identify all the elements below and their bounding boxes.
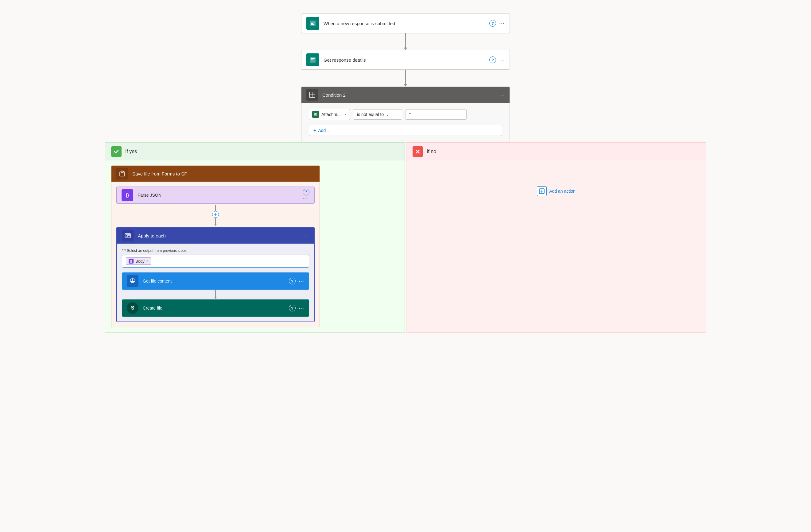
branch-no-label: If no [427,149,436,154]
trigger-icon [306,17,319,30]
condition-body: Attachm... × is not equal to ⌄ "" + [302,103,509,142]
condition-value-text: "" [409,112,412,117]
svg-rect-2 [311,23,313,24]
svg-rect-3 [311,24,314,25]
svg-rect-6 [311,60,313,60]
branch-yes-content: Save file from Forms to SP ··· {} Parse … [105,160,404,332]
inner-connector-2 [122,290,309,299]
add-action-icon [537,186,547,196]
condition-icon [306,89,318,100]
svg-rect-17 [126,234,127,237]
branches-container: If yes Save file from Forms t [105,142,706,332]
parse-json-card: {} Parse JSON ? ··· [116,187,315,204]
apply-header: Apply to each ··· [117,228,314,244]
body-token-label: Body [135,259,144,264]
get-file-help-icon[interactable]: ? [289,278,296,284]
condition-row: Attachm... × is not equal to ⌄ "" [309,109,502,120]
branch-yes-header: If yes [105,143,404,160]
get-response-icon [306,53,319,66]
select-output-label: * * Select an output from previous steps [122,249,309,253]
parse-json-more-icon[interactable]: ··· [303,195,308,202]
chip-label: Attachm... [321,112,341,117]
get-file-card: Get file content ? ··· [122,272,309,290]
svg-rect-5 [311,58,315,59]
get-response-more-icon[interactable]: ··· [499,57,505,63]
get-response-help-icon[interactable]: ? [489,57,496,63]
connector-2 [404,69,407,87]
condition-title: Condition 2 [322,92,499,97]
create-file-actions: ? ··· [289,305,304,311]
trigger-title: When a new response is submitted [323,21,489,26]
get-file-title: Get file content [143,279,289,283]
branch-no-icon [413,146,423,157]
apply-body: * * Select an output from previous steps… [117,244,314,322]
get-response-actions: ? ··· [489,57,505,63]
create-file-help-icon[interactable]: ? [289,305,296,311]
condition-value-input[interactable]: "" [405,109,466,120]
svg-rect-1 [311,22,315,22]
add-label: Add [318,128,326,133]
condition-card: Condition 2 ··· Attachm... [301,87,510,142]
branch-yes-icon [111,146,122,157]
connector-1 [404,33,407,50]
svg-rect-12 [314,113,317,114]
body-token-icon: {} [128,259,134,264]
apply-more-icon[interactable]: ··· [304,233,309,239]
operator-label: is not equal to [357,112,384,117]
parse-json-actions: ? ··· [303,189,309,202]
parse-json-title: Parse JSON [138,193,303,198]
get-file-icon [127,275,138,287]
svg-rect-7 [311,61,314,61]
create-file-more-icon[interactable]: ··· [299,305,304,311]
output-select-box[interactable]: {} Body × [122,255,309,268]
scope-icon [116,168,128,179]
trigger-help-icon[interactable]: ? [489,20,496,27]
branch-yes: If yes Save file from Forms t [105,142,405,332]
scope-card: Save file from Forms to SP ··· {} Parse … [111,166,320,327]
scope-more-icon[interactable]: ··· [309,171,315,177]
branch-yes-label: If yes [125,149,137,154]
get-response-card: Get response details ? ··· [301,50,510,69]
get-response-title: Get response details [323,57,489,63]
body-token-close[interactable]: × [147,259,149,263]
apply-icon [122,230,134,241]
scope-body: {} Parse JSON ? ··· [111,182,320,327]
parse-json-help-icon[interactable]: ? [303,189,309,195]
apply-title: Apply to each [138,233,304,238]
chip-forms-icon [312,111,319,118]
add-between-icon[interactable]: + [212,211,219,218]
condition-more-icon[interactable]: ··· [499,92,505,98]
get-file-actions: ? ··· [289,278,304,284]
add-action-label: Add an action [549,189,576,193]
trigger-actions: ? ··· [489,20,505,27]
svg-rect-13 [314,114,316,115]
chip-close-icon[interactable]: × [345,112,347,116]
trigger-card: When a new response is submitted ? ··· [301,14,510,33]
add-chevron-icon: ⌄ [327,128,330,132]
condition-header: Condition 2 ··· [302,87,509,103]
create-file-title: Create file [143,306,289,311]
operator-chevron-icon: ⌄ [386,113,389,116]
scope-header: Save file from Forms to SP ··· [111,166,320,182]
branch-no: If no Add an action [406,142,706,332]
add-plus-icon: + [313,128,316,133]
branch-no-header: If no [407,143,706,160]
branch-no-content: Add an action [407,160,706,222]
add-condition-button[interactable]: + Add ⌄ [309,125,502,136]
get-file-more-icon[interactable]: ··· [299,278,304,284]
svg-rect-18 [128,234,129,236]
body-token: {} Body × [126,257,151,265]
scope-title: Save file from Forms to SP [132,171,309,176]
condition-operator-select[interactable]: is not equal to ⌄ [353,109,402,120]
condition-token-chip: Attachm... × [309,109,350,120]
inner-connector-1: + [116,205,315,226]
create-file-icon: S [127,302,138,314]
create-file-card: S Create file ? ··· [122,299,309,317]
trigger-more-icon[interactable]: ··· [499,20,505,27]
apply-to-each-card: Apply to each ··· * * Select an output f… [116,227,315,322]
parse-json-icon: {} [122,189,133,201]
add-action-button[interactable]: Add an action [537,184,576,199]
